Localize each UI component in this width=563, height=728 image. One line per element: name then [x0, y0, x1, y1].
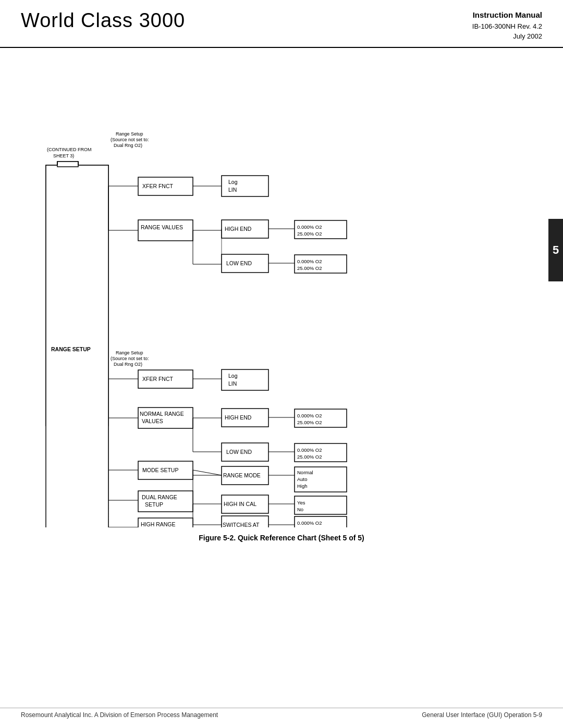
flowchart-diagram: text { font-family: Arial, Helvetica, sa… — [31, 58, 532, 527]
low-end-1-label: LOW END — [226, 260, 252, 266]
high-end-val-2-line2: 25.00% O2 — [297, 419, 322, 425]
xfer-fnct-1: XFER FNCT — [142, 183, 174, 189]
range-mode-val-normal: Normal — [297, 470, 313, 475]
diagram-container: text { font-family: Arial, Helvetica, sa… — [31, 58, 532, 542]
svg-line-40 — [193, 470, 222, 475]
log-lin-2-lin: LIN — [228, 380, 237, 387]
high-in-cal-val-no: No — [297, 507, 303, 512]
footer-right: General User Interface (GUI) Operation 5… — [422, 711, 542, 719]
high-range-values-1: HIGH RANGE — [141, 521, 176, 527]
switches-at-val-1: 0.000% O2 — [297, 520, 322, 526]
range-setup-note2-line3: Dual Rng O2) — [114, 362, 142, 367]
log-lin-1-lin: LIN — [228, 187, 237, 193]
svg-rect-9 — [138, 220, 193, 241]
high-end-val-2-line1: 0.000% O2 — [297, 413, 322, 418]
normal-range-values-2: VALUES — [142, 418, 163, 424]
continued-from-sheet: SHEET 3) — [53, 153, 74, 158]
log-lin-2-log: Log — [228, 373, 238, 379]
doc-date: July 2002 — [472, 31, 542, 42]
low-end-val-2-line1: 0.000% O2 — [297, 447, 322, 453]
high-end-val-1-line2: 25.00% O2 — [297, 231, 322, 237]
high-end-val-1-line1: 0.000% O2 — [297, 224, 322, 230]
range-setup-note2-line1: Range Setup — [116, 350, 143, 355]
high-end-2-label: HIGH END — [225, 414, 252, 421]
svg-rect-63 — [57, 162, 78, 167]
range-setup-note1-line2: (Source not set to: — [111, 137, 149, 142]
switches-at-label: SWITCHES AT — [223, 522, 260, 527]
range-setup-note1-line3: Dual Rng O2) — [114, 143, 142, 148]
document-title: World Class 3000 — [21, 9, 185, 32]
range-mode-val-auto: Auto — [297, 476, 308, 482]
main-content: text { font-family: Arial, Helvetica, sa… — [0, 48, 563, 552]
low-end-val-1-line2: 25.00% O2 — [297, 265, 322, 271]
continued-from-text: (CONTINUED FROM — [47, 147, 92, 152]
mode-setup-label: MODE SETUP — [142, 467, 178, 473]
range-setup-note1-line1: Range Setup — [116, 131, 143, 137]
header-right: Instruction Manual IB-106-300NH Rev. 4.2… — [472, 9, 542, 42]
svg-line-59 — [108, 491, 138, 527]
manual-title: Instruction Manual — [472, 9, 542, 21]
footer-left: Rosemount Analytical Inc. A Division of … — [21, 711, 218, 719]
doc-number: IB-106-300NH Rev. 4.2 — [472, 21, 542, 32]
log-lin-1-log: Log — [228, 179, 238, 185]
range-values-label: RANGE VALUES — [141, 224, 183, 230]
low-end-2-label: LOW END — [226, 449, 252, 455]
switches-at-val-2: 25.00% O2 — [297, 527, 322, 527]
dual-range-setup-1: DUAL RANGE — [142, 494, 177, 500]
high-in-cal-label: HIGH IN CAL — [224, 501, 256, 507]
range-mode-label: RANGE MODE — [223, 472, 261, 478]
xfer-fnct-2: XFER FNCT — [142, 376, 174, 382]
range-setup-note2-line2: (Source not set to: — [111, 356, 149, 361]
low-end-val-2-line2: 25.00% O2 — [297, 454, 322, 460]
page-header: World Class 3000 Instruction Manual IB-1… — [0, 0, 563, 48]
high-in-cal-val-yes: Yes — [297, 500, 305, 505]
normal-range-values-1: NORMAL RANGE — [140, 411, 184, 417]
page-footer: Rosemount Analytical Inc. A Division of … — [0, 708, 563, 719]
dual-range-setup-2: SETUP — [145, 501, 163, 508]
range-mode-val-high: High — [297, 483, 308, 489]
high-end-1-label: HIGH END — [225, 226, 252, 232]
low-end-val-1-line1: 0.000% O2 — [297, 258, 322, 264]
figure-caption: Figure 5-2. Quick Reference Chart (Sheet… — [31, 534, 532, 542]
range-setup-label-2: RANGE SETUP — [51, 346, 91, 352]
